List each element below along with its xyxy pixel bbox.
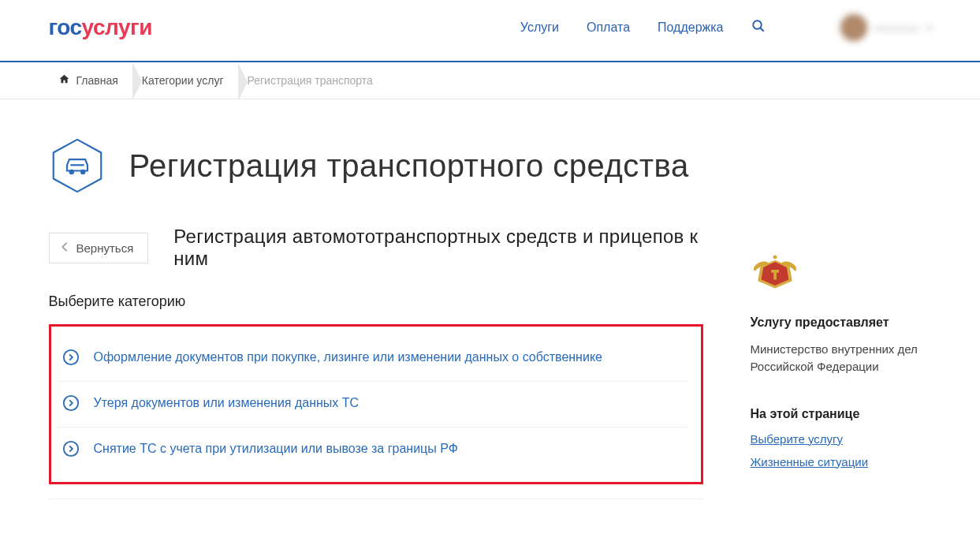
category-item-label: Утеря документов или изменения данных ТС (94, 394, 360, 412)
header: госуслуги Услуги Оплата Поддержка ———— ▾ (0, 0, 980, 61)
breadcrumb-current: Регистрация транспорта (238, 63, 387, 98)
category-item-loss[interactable]: Утеря документов или изменения данных ТС (56, 382, 688, 428)
logo-part-1: гос (49, 15, 82, 39)
user-name: ———— (875, 21, 919, 34)
svg-point-8 (63, 442, 77, 456)
arrow-circle-icon (62, 349, 80, 369)
emblem-icon (751, 254, 798, 293)
anchor-select-service[interactable]: Выберите услугу (751, 432, 932, 446)
page-title: Регистрация транспортного средства (129, 148, 689, 184)
provider-text: Министерство внутренних дел Российской Ф… (751, 341, 932, 375)
arrow-circle-icon (62, 394, 80, 415)
provider-heading: Услугу предоставляет (751, 316, 932, 330)
arrow-circle-icon (62, 440, 80, 461)
category-item-label: Оформление документов при покупке, лизин… (94, 348, 602, 366)
breadcrumb-home[interactable]: Главная (49, 62, 132, 99)
sub-title: Регистрация автомототранспортных средств… (173, 226, 702, 270)
svg-point-0 (753, 21, 762, 29)
svg-point-9 (773, 255, 777, 259)
back-button[interactable]: Вернуться (49, 233, 149, 263)
sidebar: Услугу предоставляет Министерство внутре… (751, 210, 932, 499)
anchor-life-situations[interactable]: Жизненные ситуации (751, 455, 932, 469)
nav-payment[interactable]: Оплата (587, 21, 630, 35)
svg-point-6 (63, 350, 77, 364)
chevron-left-icon (61, 241, 69, 255)
breadcrumb-current-label: Регистрация транспорта (248, 74, 373, 87)
user-menu[interactable]: ———— ▾ (840, 14, 932, 41)
back-button-label: Вернуться (76, 241, 134, 255)
breadcrumb: Главная Категории услуг Регистрация тран… (49, 62, 932, 99)
category-item-deregister[interactable]: Снятие ТС с учета при утилизации или выв… (56, 428, 688, 472)
svg-point-4 (81, 170, 84, 174)
home-icon (58, 73, 70, 88)
on-page-heading: На этой странице (751, 407, 932, 421)
page-hero: Регистрация транспортного средства (49, 99, 932, 210)
car-hexagon-icon (49, 137, 106, 194)
svg-point-3 (69, 170, 73, 174)
avatar (840, 14, 867, 41)
svg-line-1 (760, 28, 764, 32)
on-page-links: Выберите услугу Жизненные ситуации (751, 432, 932, 469)
breadcrumb-home-label: Главная (76, 74, 118, 87)
category-item-documents[interactable]: Оформление документов при покупке, лизин… (56, 336, 688, 382)
chevron-down-icon: ▾ (927, 23, 932, 33)
svg-point-7 (63, 396, 77, 410)
main-nav: Услуги Оплата Поддержка (520, 19, 766, 36)
category-item-label: Снятие ТС с учета при утилизации или выв… (94, 439, 458, 457)
select-category-label: Выберите категорию (49, 293, 703, 310)
category-list-highlighted: Оформление документов при покупке, лизин… (49, 324, 703, 484)
logo-part-2: услуги (82, 15, 152, 39)
search-icon[interactable] (751, 19, 766, 36)
breadcrumb-categories-label: Категории услуг (142, 74, 224, 87)
breadcrumb-bar: Главная Категории услуг Регистрация тран… (0, 61, 980, 99)
nav-support[interactable]: Поддержка (658, 21, 723, 35)
logo[interactable]: госуслуги (49, 15, 152, 40)
nav-services[interactable]: Услуги (520, 21, 559, 35)
divider (49, 499, 703, 499)
breadcrumb-categories[interactable]: Категории услуг (132, 63, 238, 98)
